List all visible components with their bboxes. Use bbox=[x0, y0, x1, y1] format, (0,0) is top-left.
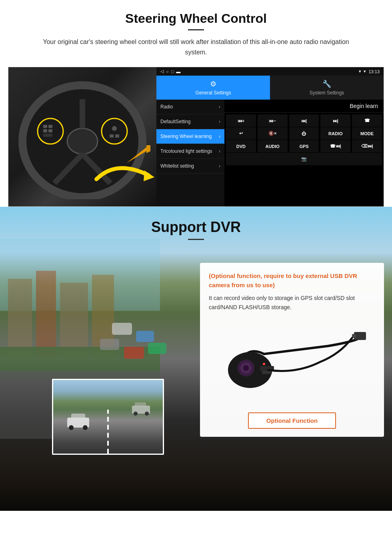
inset-car2-svg bbox=[131, 400, 155, 418]
svg-rect-29 bbox=[148, 343, 166, 354]
content-area: Radio › DefaultSetting › Steering Wheel … bbox=[156, 100, 384, 206]
android-ui: ◁ ○ □ ▬ ▾ ▾ 13:13 ⚙ General Settings 🔧 S… bbox=[156, 67, 384, 206]
menu-radio-label: Radio bbox=[160, 104, 173, 110]
prev-button[interactable]: ⏮| bbox=[289, 114, 319, 127]
menu-steering-label: Steering Wheel learning bbox=[160, 134, 212, 139]
ctrl-row-4: 📷 bbox=[226, 153, 382, 165]
camera-shortcut-button[interactable]: 📷 bbox=[226, 153, 382, 165]
menu-item-radio[interactable]: Radio › bbox=[156, 100, 224, 114]
menu-item-whitelist[interactable]: Whitelist setting › bbox=[156, 159, 224, 174]
svg-rect-27 bbox=[100, 339, 119, 350]
svg-point-36 bbox=[134, 412, 138, 416]
menu-default-label: DefaultSetting bbox=[160, 119, 190, 124]
road-center-line bbox=[107, 410, 109, 454]
mode-button[interactable]: MODE bbox=[352, 127, 382, 140]
status-right: ▾ ▾ 13:13 bbox=[359, 69, 380, 74]
svg-point-1 bbox=[67, 128, 98, 154]
gps-button[interactable]: GPS bbox=[289, 140, 319, 152]
svg-rect-31 bbox=[71, 414, 85, 420]
dvr-camera-image bbox=[209, 318, 375, 406]
dvr-description: It can record video only to storage in G… bbox=[209, 294, 375, 312]
signal-icon: ▾ bbox=[359, 69, 361, 74]
svg-rect-13 bbox=[110, 134, 114, 138]
dvr-section: Support DVR (Optional function, require … bbox=[0, 207, 392, 511]
recents-icon: □ bbox=[171, 69, 174, 74]
title-divider bbox=[188, 29, 204, 30]
radio-button[interactable]: RADIO bbox=[320, 127, 350, 140]
svg-point-37 bbox=[145, 412, 149, 416]
vol-minus-button[interactable]: ⏮− bbox=[258, 114, 288, 127]
svg-rect-10 bbox=[48, 129, 52, 132]
tab-bar: ⚙ General Settings 🔧 System Settings bbox=[156, 76, 384, 100]
svg-rect-9 bbox=[43, 129, 47, 132]
svg-point-33 bbox=[83, 425, 88, 430]
svg-rect-8 bbox=[48, 125, 52, 128]
svg-rect-14 bbox=[115, 134, 119, 138]
chevron-right-icon: › bbox=[219, 104, 220, 110]
svg-rect-35 bbox=[135, 402, 146, 407]
nav-icons: ◁ ○ □ ▬ bbox=[160, 69, 180, 74]
left-menu: Radio › DefaultSetting › Steering Wheel … bbox=[156, 100, 224, 206]
dvr-road-scene bbox=[53, 380, 163, 454]
tab-general-label: General Settings bbox=[195, 90, 231, 96]
menu-item-default-setting[interactable]: DefaultSetting › bbox=[156, 114, 224, 129]
chevron-right-icon: › bbox=[219, 163, 220, 169]
ctrl-row-1: ⏮+ ⏮− ⏮| ⏭| ☎ bbox=[226, 114, 382, 127]
back-icon: ◁ bbox=[160, 69, 164, 74]
vol-plus-button[interactable]: ⏮+ bbox=[226, 114, 256, 127]
next-button[interactable]: ⏭| bbox=[320, 114, 350, 127]
back-call-button[interactable]: ↩ bbox=[226, 127, 256, 140]
call-prev-button[interactable]: ☎⏮| bbox=[320, 140, 350, 152]
del-next-button[interactable]: ⌫⏭| bbox=[352, 140, 382, 152]
svg-marker-16 bbox=[144, 170, 154, 181]
section-subtitle: Your original car's steering wheel contr… bbox=[32, 37, 360, 57]
chevron-right-icon: › bbox=[219, 148, 220, 154]
svg-point-32 bbox=[69, 425, 74, 430]
svg-rect-26 bbox=[136, 331, 154, 342]
dvd-button[interactable]: DVD bbox=[226, 140, 256, 152]
dvr-info-card: (Optional function, require to buy exter… bbox=[200, 263, 384, 437]
steering-photo bbox=[8, 67, 156, 207]
page-title: Steering Wheel Control bbox=[0, 0, 392, 29]
power-button[interactable]: ⏻ bbox=[289, 127, 319, 140]
home-icon: ○ bbox=[166, 69, 169, 74]
wifi-icon: ▾ bbox=[364, 69, 366, 74]
svg-point-12 bbox=[112, 126, 117, 131]
dvr-inset-photo bbox=[52, 379, 164, 455]
right-panel: Begin learn ⏮+ ⏮− ⏮| ⏭| ☎ ↩ 🔇× bbox=[224, 100, 384, 206]
tab-general-settings[interactable]: ⚙ General Settings bbox=[156, 76, 270, 100]
svg-rect-25 bbox=[112, 323, 132, 335]
chevron-right-icon: › bbox=[219, 134, 220, 139]
tab-system-settings[interactable]: 🔧 System Settings bbox=[270, 76, 384, 100]
settings-icon: ⚙ bbox=[210, 80, 216, 88]
status-bar: ◁ ○ □ ▬ ▾ ▾ 13:13 bbox=[156, 67, 384, 76]
menu-item-tricoloured[interactable]: Tricoloured light settings › bbox=[156, 144, 224, 159]
system-icon: 🔧 bbox=[322, 80, 331, 88]
begin-learn-button[interactable]: Begin learn bbox=[350, 103, 378, 109]
dvr-optional-text: (Optional function, require to buy exter… bbox=[209, 272, 375, 290]
menu-tricoloured-label: Tricoloured light settings bbox=[160, 148, 212, 154]
arrow-icon bbox=[92, 155, 156, 195]
inset-car-svg bbox=[65, 410, 97, 434]
menu-item-steering-wheel[interactable]: Steering Wheel learning › bbox=[156, 129, 224, 144]
ctrl-row-2: ↩ 🔇× ⏻ RADIO MODE bbox=[226, 127, 382, 140]
ctrl-row-3: DVD AUDIO GPS ☎⏮| ⌫⏭| bbox=[226, 140, 382, 152]
dvr-camera-svg bbox=[216, 322, 368, 402]
tab-system-label: System Settings bbox=[310, 90, 344, 96]
svg-rect-28 bbox=[124, 347, 144, 359]
status-time: 13:13 bbox=[368, 69, 380, 74]
chevron-right-icon: › bbox=[219, 119, 220, 124]
svg-point-44 bbox=[238, 360, 254, 376]
begin-learn-row: Begin learn bbox=[224, 100, 384, 113]
audio-button[interactable]: AUDIO bbox=[258, 140, 288, 152]
dvr-title: Support DVR bbox=[0, 207, 392, 239]
control-button-grid: ⏮+ ⏮− ⏮| ⏭| ☎ ↩ 🔇× ⏻ RADIO MODE bbox=[224, 113, 384, 206]
menu-whitelist-label: Whitelist setting bbox=[160, 163, 194, 169]
optional-function-button[interactable]: Optional Function bbox=[248, 412, 336, 429]
svg-rect-11 bbox=[43, 134, 52, 137]
mute-button[interactable]: 🔇× bbox=[258, 127, 288, 140]
svg-point-47 bbox=[263, 363, 265, 365]
call-button[interactable]: ☎ bbox=[352, 114, 382, 127]
svg-rect-19 bbox=[36, 271, 56, 359]
menu-icon: ▬ bbox=[176, 69, 180, 74]
